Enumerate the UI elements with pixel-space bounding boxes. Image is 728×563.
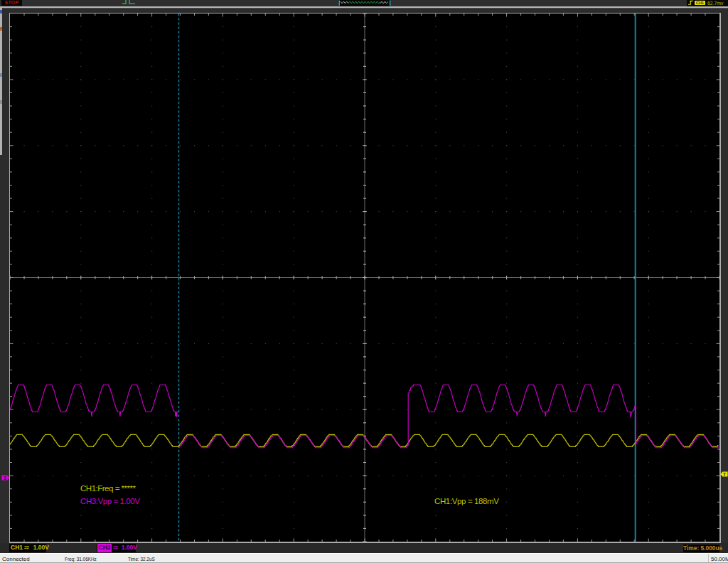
svg-text:3: 3 — [4, 476, 6, 481]
svg-text:CH1:Freq = *****: CH1:Freq = ***** — [80, 484, 136, 493]
svg-text:CH3:Vpp = 1.00V: CH3:Vpp = 1.00V — [80, 497, 140, 505]
svg-text:T: T — [723, 472, 727, 477]
svg-text:CH1:Vpp = 188mV: CH1:Vpp = 188mV — [434, 497, 499, 505]
